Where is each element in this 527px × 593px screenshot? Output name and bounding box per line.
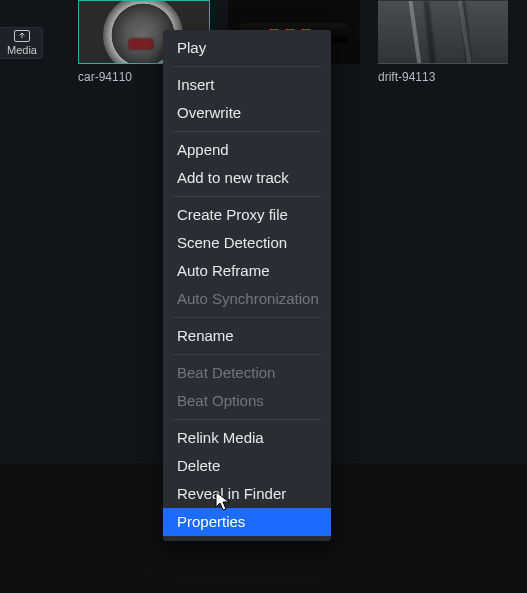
menu-item-properties[interactable]: Properties [163,508,331,536]
menu-separator [173,66,321,67]
media-thumbnail[interactable]: drift-94113 [378,0,506,84]
menu-item-delete[interactable]: Delete [163,452,331,480]
thumbnail-image [378,0,508,64]
menu-separator [173,419,321,420]
menu-item-append[interactable]: Append [163,136,331,164]
context-menu: Play Insert Overwrite Append Add to new … [163,30,331,541]
menu-item-relink-media[interactable]: Relink Media [163,424,331,452]
menu-item-play[interactable]: Play [163,34,331,62]
import-media-icon [14,30,30,42]
menu-separator [173,131,321,132]
menu-item-beat-options: Beat Options [163,387,331,415]
menu-item-auto-reframe[interactable]: Auto Reframe [163,257,331,285]
menu-item-scene-detection[interactable]: Scene Detection [163,229,331,257]
menu-item-insert[interactable]: Insert [163,71,331,99]
import-media-label: Media [7,44,37,56]
menu-separator [173,317,321,318]
menu-item-auto-synchronization: Auto Synchronization [163,285,331,313]
menu-item-beat-detection: Beat Detection [163,359,331,387]
menu-item-create-proxy-file[interactable]: Create Proxy file [163,201,331,229]
menu-item-reveal-in-finder[interactable]: Reveal in Finder [163,480,331,508]
import-media-button[interactable]: Media [0,27,43,59]
menu-item-rename[interactable]: Rename [163,322,331,350]
menu-item-overwrite[interactable]: Overwrite [163,99,331,127]
menu-item-add-to-new-track[interactable]: Add to new track [163,164,331,192]
menu-separator [173,196,321,197]
thumbnail-label: drift-94113 [378,70,506,84]
menu-separator [173,354,321,355]
